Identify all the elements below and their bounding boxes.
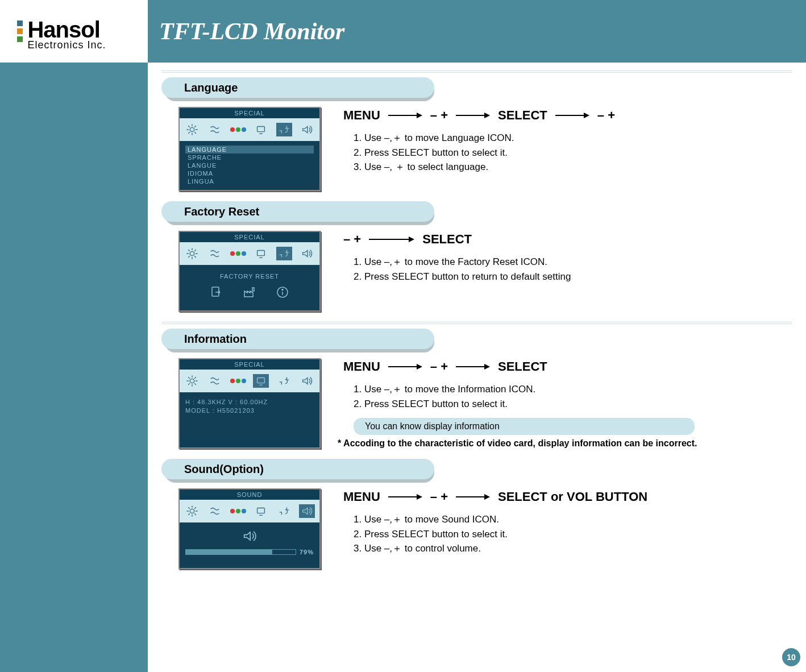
color-icon xyxy=(230,379,246,383)
svg-point-32 xyxy=(282,289,283,291)
sound-icon xyxy=(299,247,315,260)
flow-step: – + xyxy=(430,359,448,374)
instruction-step: 2. Press SELECT button to select it. xyxy=(354,397,792,412)
arrow-icon xyxy=(555,111,589,119)
svg-line-42 xyxy=(195,378,196,379)
arrow-icon xyxy=(369,235,414,243)
instruction-step: 2. Press SELECT button to return to defa… xyxy=(354,269,792,284)
osd-title: SOUND xyxy=(180,490,319,500)
geometry-icon xyxy=(207,247,223,260)
svg-marker-62 xyxy=(417,494,422,500)
svg-line-6 xyxy=(195,132,196,134)
info-icon xyxy=(275,285,290,299)
svg-line-7 xyxy=(195,126,196,127)
arrow-icon xyxy=(388,111,422,119)
special-icon xyxy=(276,374,292,388)
flow-step: SELECT xyxy=(498,359,547,374)
osd-lang-item: LANGUAGE xyxy=(185,146,314,154)
brightness-icon xyxy=(184,504,200,518)
flow-step: MENU xyxy=(343,359,380,374)
section-heading-factory-reset: Factory Reset xyxy=(161,201,434,222)
osd-lang-item: SPRACHE xyxy=(185,154,314,161)
flow-step: – + xyxy=(343,232,361,247)
button-flow: MENU – + SELECT xyxy=(343,359,792,374)
color-icon xyxy=(230,509,246,513)
osd-screenshot-language: SPECIAL LANGUAGE SPRACHE LANGUE IDIOMA xyxy=(178,107,321,191)
osd-screenshot-sound: SOUND xyxy=(178,488,321,569)
svg-point-35 xyxy=(190,379,194,383)
color-icon xyxy=(230,127,246,132)
svg-line-8 xyxy=(189,132,190,134)
speaker-icon xyxy=(242,529,257,543)
color-icon xyxy=(230,251,246,256)
svg-line-57 xyxy=(195,508,196,509)
document-arrow-icon xyxy=(209,285,225,299)
svg-point-0 xyxy=(190,127,194,131)
osd-screenshot-information: SPECIAL H : 48.3KHZ V : 60.00HZ MODEL : … xyxy=(178,358,321,449)
arrow-icon xyxy=(456,363,490,371)
geometry-icon xyxy=(207,374,223,388)
header-band: TFT-LCD Monitor xyxy=(148,0,806,63)
instruction-step: 2. Press SELECT button to select it. xyxy=(354,527,792,542)
flow-step: SELECT xyxy=(422,232,472,247)
section-heading-language: Language xyxy=(161,77,434,98)
brightness-icon xyxy=(184,123,200,136)
info-note-pill: You can know display information xyxy=(354,418,695,435)
geometry-icon xyxy=(207,123,223,136)
special-icon xyxy=(276,123,292,136)
svg-rect-28 xyxy=(212,287,219,296)
svg-rect-26 xyxy=(257,251,265,256)
position-icon xyxy=(253,374,269,388)
flow-step: – + xyxy=(597,108,615,123)
svg-line-41 xyxy=(195,384,196,385)
flow-step: MENU xyxy=(343,108,380,123)
geometry-icon xyxy=(207,504,223,518)
arrow-icon xyxy=(388,363,422,371)
svg-marker-47 xyxy=(417,364,422,370)
svg-line-22 xyxy=(189,250,190,251)
svg-point-17 xyxy=(190,251,194,255)
logo-subtitle: Electronics Inc. xyxy=(27,39,106,51)
logo-mark-icon xyxy=(17,20,23,44)
instruction-step: 2. Press SELECT button to select it. xyxy=(354,146,792,160)
instruction-step: 1. Use –,＋ to move the Information ICON. xyxy=(354,382,792,397)
osd-screenshot-factory: SPECIAL FACTORY RESET xyxy=(178,231,321,312)
factory-icon xyxy=(242,285,257,299)
svg-point-50 xyxy=(190,509,194,513)
svg-line-40 xyxy=(189,378,190,379)
page-title: TFT-LCD Monitor xyxy=(159,18,344,45)
osd-info-line: H : 48.3KHZ V : 60.00HZ xyxy=(185,398,319,406)
svg-line-25 xyxy=(189,256,190,258)
button-flow: MENU – + SELECT – + xyxy=(343,108,792,123)
svg-line-58 xyxy=(189,514,190,515)
special-icon xyxy=(276,247,292,260)
special-icon xyxy=(276,504,292,518)
position-icon xyxy=(253,504,269,518)
svg-rect-59 xyxy=(257,508,265,513)
svg-marker-64 xyxy=(484,494,490,500)
brand-logo: Hansol Electronics Inc. xyxy=(17,17,148,51)
volume-slider-track xyxy=(185,549,296,555)
section-heading-information: Information xyxy=(161,329,434,349)
brightness-icon xyxy=(184,374,200,388)
svg-marker-12 xyxy=(417,113,422,118)
osd-title: SPECIAL xyxy=(180,359,319,370)
flow-step: MENU xyxy=(343,490,380,504)
section-heading-sound: Sound(Option) xyxy=(161,459,434,479)
arrow-icon xyxy=(388,493,422,501)
svg-line-56 xyxy=(195,514,196,515)
osd-title: SPECIAL xyxy=(180,108,319,118)
volume-slider-fill xyxy=(186,550,272,554)
svg-line-5 xyxy=(189,126,190,127)
osd-lang-item: LANGUE xyxy=(185,161,314,169)
position-icon xyxy=(253,247,269,260)
instruction-step: 1. Use –,＋ to move the Factory Reset ICO… xyxy=(354,255,792,269)
instruction-step: 1. Use –,＋ to move Language ICON. xyxy=(354,131,792,146)
svg-rect-44 xyxy=(257,378,265,383)
instruction-step: 1. Use –,＋ to move Sound ICON. xyxy=(354,512,792,527)
osd-title: SPECIAL xyxy=(180,232,319,242)
svg-line-55 xyxy=(189,508,190,509)
button-flow: MENU – + SELECT or VOL BUTTON xyxy=(343,490,792,504)
page-number-badge: 10 xyxy=(782,648,800,666)
instruction-step: 3. Use –, ＋ to select language. xyxy=(354,160,792,175)
